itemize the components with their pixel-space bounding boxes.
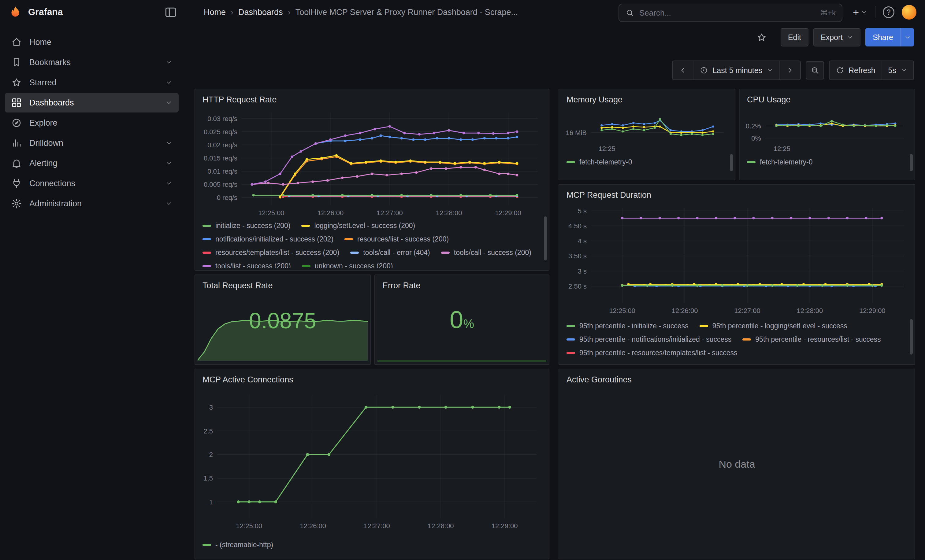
export-button-label: Export: [821, 33, 843, 42]
breadcrumb: Home › Dashboards › ToolHive MCP Server …: [204, 0, 518, 24]
chevron-down-icon[interactable]: [165, 99, 173, 107]
sidebar-item-dashboards[interactable]: Dashboards: [5, 93, 179, 113]
refresh-interval-dropdown[interactable]: 5s: [881, 61, 913, 80]
legend-item[interactable]: resources/list - success (200): [344, 234, 449, 245]
time-range-picker[interactable]: Last 5 minutes: [693, 61, 779, 80]
legend-marker-icon: [743, 338, 751, 341]
chevron-down-icon[interactable]: [165, 79, 173, 86]
sidebar-item-label: Bookmarks: [29, 58, 71, 67]
sidebar-item-label: Dashboards: [29, 98, 74, 108]
svg-text:12:28:00: 12:28:00: [797, 307, 823, 315]
breadcrumb-home[interactable]: Home: [204, 8, 226, 17]
legend-marker-icon: [202, 238, 211, 240]
chart-legend: fetch-telemetry-0: [747, 156, 905, 169]
legend-item[interactable]: notifications/initialized - success (202…: [202, 234, 333, 245]
legend-item[interactable]: initialize - success (200): [202, 220, 290, 231]
panel-title[interactable]: CPU Usage: [740, 89, 914, 109]
sidebar-item-connections[interactable]: Connections: [5, 174, 179, 193]
sidebar-item-explore[interactable]: Explore: [5, 113, 179, 133]
time-controls: Last 5 minutes Refresh 5s: [672, 61, 914, 80]
legend-item[interactable]: 95th percentile - resources/list - succe…: [743, 334, 881, 345]
sidebar-item-alerting[interactable]: Alerting: [5, 153, 179, 173]
panel-title[interactable]: HTTP Request Rate: [195, 89, 549, 109]
legend-marker-icon: [566, 338, 575, 341]
legend-item[interactable]: logging/setLevel - success (200): [301, 220, 415, 231]
home-icon: [11, 37, 22, 48]
panel-title[interactable]: MCP Active Connections: [195, 369, 549, 389]
refresh-button[interactable]: Refresh: [830, 61, 881, 80]
sidebar-item-administration[interactable]: Administration: [5, 194, 179, 213]
panel-title[interactable]: MCP Request Duration: [559, 185, 914, 204]
legend-item[interactable]: unknown - success (200): [302, 260, 393, 268]
share-button[interactable]: Share: [865, 28, 901, 47]
chart-legend: 95th percentile - initialize - success95…: [566, 320, 905, 363]
legend-item[interactable]: tools/list - success (200): [202, 260, 291, 268]
chevron-down-icon[interactable]: [165, 159, 173, 167]
legend-item[interactable]: tools/call - success (200): [441, 247, 531, 258]
chevron-down-icon: [901, 67, 907, 74]
chevron-down-icon[interactable]: [165, 200, 173, 207]
svg-text:12:26:00: 12:26:00: [672, 307, 698, 315]
legend-marker-icon: [202, 252, 211, 254]
chevron-down-icon[interactable]: [165, 59, 173, 66]
sidebar-item-drilldown[interactable]: Drilldown: [5, 133, 179, 153]
legend-marker-icon: [301, 225, 310, 227]
search-input[interactable]: Search... ⌘+k: [619, 4, 842, 22]
zoom-out-button[interactable]: [806, 61, 824, 80]
plug-icon: [11, 178, 22, 189]
time-forward-button[interactable]: [779, 61, 800, 80]
legend-item[interactable]: 95th percentile - initialize - success: [566, 320, 688, 331]
legend-item[interactable]: fetch-telemetry-0: [566, 156, 632, 168]
sidebar-toggle-button[interactable]: [164, 6, 178, 19]
panel-title[interactable]: Error Rate: [375, 275, 549, 295]
memory-usage-chart: 16 MiB12:25: [563, 108, 729, 153]
legend-scrollbar[interactable]: [910, 319, 913, 354]
legend-item[interactable]: fetch-telemetry-0: [747, 156, 813, 168]
help-button[interactable]: ?: [883, 6, 895, 18]
svg-text:3 s: 3 s: [578, 267, 587, 275]
avatar[interactable]: [902, 5, 916, 20]
legend-item[interactable]: resources/templates/list - success (200): [202, 247, 339, 258]
svg-text:1.5: 1.5: [203, 474, 213, 482]
legend-item[interactable]: - (streamable-http): [202, 539, 273, 550]
legend-label: 95th percentile - logging/setLevel - suc…: [713, 320, 847, 331]
sidebar-item-label: Connections: [29, 179, 75, 188]
svg-text:12:25: 12:25: [599, 145, 615, 153]
breadcrumb-dashboards[interactable]: Dashboards: [238, 8, 283, 17]
sidebar-item-home[interactable]: Home: [5, 32, 179, 52]
favorite-star-button[interactable]: [752, 28, 771, 47]
svg-text:0%: 0%: [751, 135, 761, 142]
legend-scrollbar[interactable]: [544, 216, 547, 260]
legend-item[interactable]: tools/call - error (404): [350, 247, 430, 258]
legend-item[interactable]: 95th percentile - resources/templates/li…: [566, 347, 737, 358]
legend-scrollbar[interactable]: [910, 154, 913, 171]
svg-text:0.005 req/s: 0.005 req/s: [204, 181, 237, 188]
chevron-down-icon[interactable]: [165, 180, 173, 187]
sidebar-item-starred[interactable]: Starred: [5, 73, 179, 92]
panel-title[interactable]: Memory Usage: [559, 89, 735, 109]
time-back-button[interactable]: [673, 61, 693, 80]
chevron-down-icon[interactable]: [165, 140, 173, 147]
stat-value: 0.0875: [195, 308, 370, 333]
panel-total-request-rate: Total Request Rate 0.0875: [194, 275, 371, 365]
edit-button[interactable]: Edit: [780, 28, 809, 47]
sidebar-item-bookmarks[interactable]: Bookmarks: [5, 53, 179, 72]
svg-text:12:27:00: 12:27:00: [364, 522, 390, 530]
error-rate-sparkline: [377, 355, 546, 363]
svg-text:2.50 s: 2.50 s: [568, 282, 587, 290]
svg-text:0.02 req/s: 0.02 req/s: [207, 141, 237, 149]
legend-scrollbar[interactable]: [730, 154, 733, 171]
share-dropdown-button[interactable]: [901, 28, 914, 47]
legend-label: logging/setLevel - success (200): [314, 220, 415, 231]
legend-label: 95th percentile - resources/list - succe…: [755, 334, 881, 345]
legend-item[interactable]: 95th percentile - logging/setLevel - suc…: [699, 320, 847, 331]
dashboard-toolbar: Edit Export Share: [752, 28, 914, 47]
header-actions: + ?: [853, 0, 916, 24]
legend-label: tools/list - success (200): [215, 260, 291, 268]
legend-item[interactable]: 95th percentile - notifications/initiali…: [566, 334, 731, 345]
export-button[interactable]: Export: [814, 28, 860, 47]
panel-title[interactable]: Total Request Rate: [195, 275, 370, 295]
chevron-right-icon: [786, 66, 794, 74]
add-button[interactable]: +: [853, 6, 868, 18]
mcp-active-connections-chart: 32.521.5112:25:0012:26:0012:27:0012:28:0…: [200, 391, 541, 533]
